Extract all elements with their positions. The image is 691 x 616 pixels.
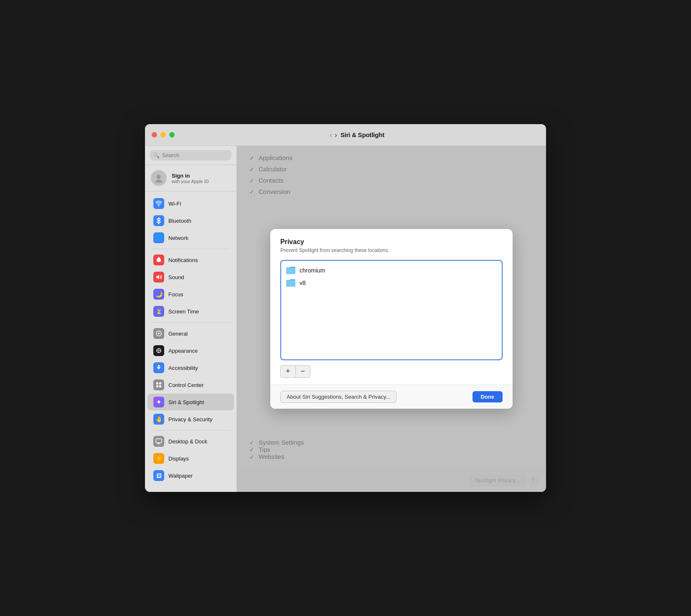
sound-icon bbox=[153, 272, 164, 283]
back-arrow[interactable]: ‹ bbox=[330, 131, 332, 139]
sidebar-item-notifications[interactable]: Notifications bbox=[147, 252, 234, 268]
svg-rect-9 bbox=[156, 385, 158, 387]
privacy-list-item-v8[interactable]: v8 bbox=[281, 277, 502, 289]
modal-body: Privacy Prevent Spotlight from searching… bbox=[270, 229, 513, 384]
privacy-item-name: chromium bbox=[300, 267, 325, 274]
sidebar-item-sound[interactable]: Sound bbox=[147, 269, 234, 285]
privacy-icon: 🤚 bbox=[153, 414, 164, 425]
privacy-label: Privacy & Security bbox=[168, 416, 212, 423]
sidebar-item-desktop[interactable]: Desktop & Dock bbox=[147, 433, 234, 450]
sidebar-item-bluetooth[interactable]: Bluetooth bbox=[147, 212, 234, 229]
svg-rect-7 bbox=[156, 382, 158, 384]
wifi-icon bbox=[153, 198, 164, 209]
network-icon: 🌐 bbox=[153, 232, 164, 243]
user-info: Sign in with your Apple ID bbox=[172, 173, 209, 184]
main-window: ‹ › Siri & Spotlight 🔍 bbox=[145, 124, 546, 492]
bluetooth-icon bbox=[153, 215, 164, 226]
sidebar-item-network[interactable]: 🌐 Network bbox=[147, 229, 234, 246]
sidebar-item-screentime[interactable]: ⏳ Screen Time bbox=[147, 303, 234, 320]
accessibility-icon bbox=[153, 362, 164, 373]
separator-1 bbox=[151, 249, 231, 249]
siri-icon: ✦ bbox=[153, 397, 164, 407]
controlcenter-label: Control Center bbox=[168, 382, 204, 388]
user-sub: with your Apple ID bbox=[172, 179, 209, 184]
maximize-button[interactable] bbox=[169, 132, 175, 137]
screentime-icon: ⏳ bbox=[153, 306, 164, 317]
sound-label: Sound bbox=[168, 274, 184, 280]
sidebar-item-general[interactable]: General bbox=[147, 325, 234, 342]
notifications-icon bbox=[153, 255, 164, 265]
svg-rect-10 bbox=[159, 385, 161, 387]
appearance-label: Appearance bbox=[168, 348, 198, 354]
about-siri-button[interactable]: About Siri Suggestions, Search & Privacy… bbox=[280, 391, 396, 403]
notifications-label: Notifications bbox=[168, 257, 198, 263]
svg-point-1 bbox=[155, 180, 162, 183]
user-section[interactable]: Sign in with your Apple ID bbox=[145, 165, 236, 191]
main-content: ✓ Applications ✓ Calculator ✓ Contacts ✓… bbox=[237, 146, 546, 492]
svg-point-6 bbox=[158, 365, 160, 367]
sidebar-item-appearance[interactable]: Appearance bbox=[147, 342, 234, 359]
user-name: Sign in bbox=[172, 173, 209, 179]
sidebar-item-siri[interactable]: ✦ Siri & Spotlight bbox=[147, 394, 234, 410]
desktop-label: Desktop & Dock bbox=[168, 438, 207, 445]
title-bar-center: ‹ › Siri & Spotlight bbox=[175, 131, 539, 139]
controlcenter-icon bbox=[153, 379, 164, 390]
wifi-label: Wi-Fi bbox=[168, 201, 181, 207]
sidebar-item-focus[interactable]: 🌙 Focus bbox=[147, 286, 234, 303]
add-location-button[interactable]: + bbox=[280, 365, 295, 378]
folder-icon bbox=[286, 267, 295, 274]
privacy-item-name: v8 bbox=[300, 280, 306, 286]
sidebar-item-privacy[interactable]: 🤚 Privacy & Security bbox=[147, 411, 234, 428]
appearance-icon bbox=[153, 345, 164, 356]
privacy-modal: Privacy Prevent Spotlight from searching… bbox=[270, 229, 513, 409]
svg-point-4 bbox=[158, 333, 160, 334]
search-input[interactable] bbox=[162, 152, 228, 158]
modal-footer: About Siri Suggestions, Search & Privacy… bbox=[270, 384, 513, 409]
svg-point-2 bbox=[158, 257, 159, 258]
focus-icon: 🌙 bbox=[153, 289, 164, 300]
search-wrap: 🔍 bbox=[150, 150, 231, 160]
separator-3 bbox=[151, 430, 231, 430]
screentime-label: Screen Time bbox=[168, 308, 199, 315]
focus-label: Focus bbox=[168, 291, 183, 298]
sidebar-item-wifi[interactable]: Wi-Fi bbox=[147, 195, 234, 212]
modal-subtitle: Prevent Spotlight from searching these l… bbox=[280, 247, 503, 253]
sidebar: 🔍 Sign in with your Apple ID bbox=[145, 146, 237, 492]
close-button[interactable] bbox=[152, 132, 157, 137]
privacy-list-item-chromium[interactable]: chromium bbox=[281, 264, 502, 277]
folder-icon bbox=[286, 279, 295, 287]
bluetooth-label: Bluetooth bbox=[168, 218, 191, 224]
nav-arrows: ‹ › bbox=[330, 131, 337, 139]
svg-point-0 bbox=[157, 175, 161, 179]
svg-rect-11 bbox=[156, 439, 162, 443]
sidebar-item-wallpaper[interactable]: 🖼 Wallpaper bbox=[147, 467, 234, 484]
general-icon bbox=[153, 328, 164, 339]
sidebar-item-accessibility[interactable]: Accessibility bbox=[147, 359, 234, 376]
window-content: 🔍 Sign in with your Apple ID bbox=[145, 146, 546, 492]
sidebar-items: Wi-Fi Bluetooth 🌐 Network bbox=[145, 191, 236, 488]
avatar bbox=[151, 170, 167, 186]
privacy-list[interactable]: chromium v8 bbox=[280, 260, 503, 360]
displays-icon: ☀️ bbox=[153, 453, 164, 464]
traffic-lights bbox=[152, 132, 175, 137]
wallpaper-label: Wallpaper bbox=[168, 473, 193, 479]
desktop-icon bbox=[153, 436, 164, 447]
network-label: Network bbox=[168, 235, 188, 241]
separator-2 bbox=[151, 322, 231, 323]
general-label: General bbox=[168, 331, 188, 337]
window-title: Siri & Spotlight bbox=[340, 131, 384, 138]
displays-label: Displays bbox=[168, 456, 189, 462]
accessibility-label: Accessibility bbox=[168, 365, 198, 371]
forward-arrow[interactable]: › bbox=[335, 131, 337, 139]
modal-overlay: Privacy Prevent Spotlight from searching… bbox=[237, 146, 546, 492]
done-button[interactable]: Done bbox=[473, 391, 503, 402]
sidebar-item-controlcenter[interactable]: Control Center bbox=[147, 377, 234, 393]
sidebar-item-displays[interactable]: ☀️ Displays bbox=[147, 450, 234, 467]
search-icon: 🔍 bbox=[153, 153, 160, 158]
modal-title: Privacy bbox=[280, 238, 503, 246]
svg-rect-8 bbox=[159, 382, 161, 384]
siri-label: Siri & Spotlight bbox=[168, 399, 204, 405]
remove-location-button[interactable]: − bbox=[295, 365, 311, 378]
title-bar: ‹ › Siri & Spotlight bbox=[145, 124, 546, 146]
minimize-button[interactable] bbox=[160, 132, 166, 137]
